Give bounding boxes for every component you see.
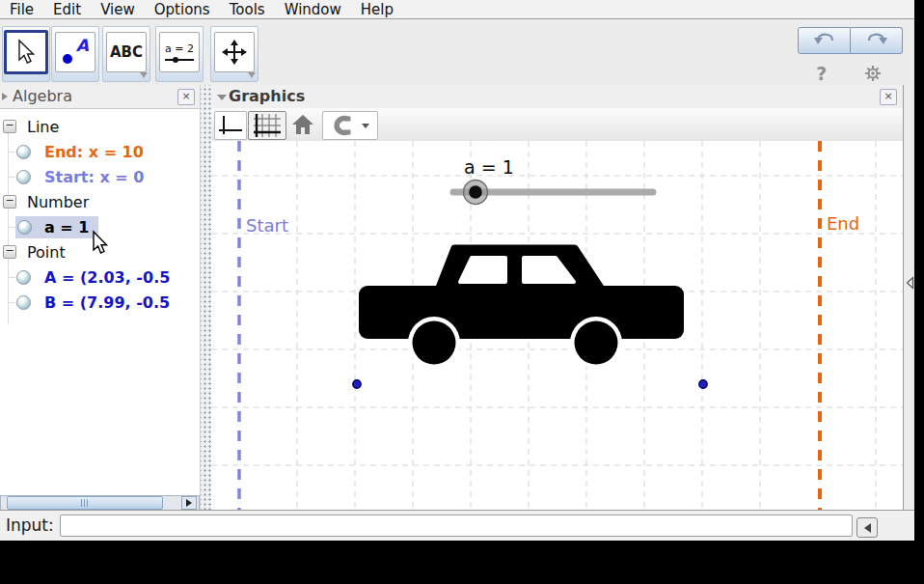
content-area: Algebra × − Line End: x = 10 Start: x = … xyxy=(0,85,914,510)
graphics-menu-arrow-icon[interactable] xyxy=(217,95,227,100)
toolbar-mini-icons: ? xyxy=(798,59,900,88)
section-label: Number xyxy=(27,193,89,211)
item-text: End: x = 10 xyxy=(44,143,144,161)
grid-toggle-button[interactable] xyxy=(248,111,286,140)
algebra-hscrollbar[interactable] xyxy=(0,495,200,510)
visibility-marble-icon[interactable] xyxy=(17,220,32,235)
graphics-header: Graphics × xyxy=(211,85,903,109)
collapse-left-arrow-icon[interactable] xyxy=(905,276,914,290)
cursor-arrow-icon xyxy=(14,39,38,66)
algebra-close-button[interactable]: × xyxy=(177,89,195,105)
visibility-marble-icon[interactable] xyxy=(16,145,31,159)
help-icon[interactable]: ? xyxy=(816,63,827,84)
geogebra-window: FileEditViewOptionsToolsWindowHelp A ABC xyxy=(0,0,914,541)
tool-point-group: A xyxy=(51,26,99,82)
mouse-cursor xyxy=(90,230,109,257)
redo-icon xyxy=(864,32,889,49)
right-collapse-strip[interactable] xyxy=(903,85,914,510)
scrollbar-thumb[interactable] xyxy=(7,496,163,510)
tool-move-group xyxy=(2,26,50,82)
gear-icon[interactable] xyxy=(864,65,882,82)
menu-edit[interactable]: Edit xyxy=(43,1,91,18)
point-a[interactable] xyxy=(353,380,361,388)
collapse-icon[interactable]: − xyxy=(3,195,16,209)
menu-view[interactable]: View xyxy=(91,1,145,18)
menu-options[interactable]: Options xyxy=(145,1,220,18)
axes-toggle-button[interactable] xyxy=(214,111,247,140)
command-input[interactable] xyxy=(60,514,853,537)
start-line-label[interactable]: Start xyxy=(246,215,288,236)
item-text: B = (7.99, -0.5 xyxy=(44,293,170,312)
graphics-close-button[interactable]: × xyxy=(880,89,897,105)
slider-tool-icon: a = 2 xyxy=(165,44,194,61)
algebra-view: Algebra × − Line End: x = 10 Start: x = … xyxy=(0,85,200,510)
point-capturing-button[interactable] xyxy=(322,111,378,140)
toolbar: A ABC a = 2 xyxy=(0,19,914,86)
menu-tools[interactable]: Tools xyxy=(220,1,275,18)
scrollbar-right-button[interactable] xyxy=(181,496,197,510)
grid-icon xyxy=(254,114,281,137)
home-button[interactable] xyxy=(287,111,318,138)
dropdown-arrow-icon[interactable] xyxy=(248,72,256,78)
tree-item-point-a[interactable]: A = (2.03, -0.5 xyxy=(0,264,200,290)
tool-slider-group: a = 2 xyxy=(155,26,204,82)
left-arrow-icon xyxy=(864,523,871,533)
algebra-tree: − Line End: x = 10 Start: x = 0 − Number xyxy=(0,108,200,485)
screen: FileEditViewOptionsToolsWindowHelp A ABC xyxy=(0,0,924,584)
move-graphics-tool-button[interactable] xyxy=(214,32,255,72)
tool-move-graphics-group xyxy=(210,26,258,82)
undo-icon xyxy=(812,32,837,49)
input-bar: Input: xyxy=(0,510,914,541)
item-text: A = (2.03, -0.5 xyxy=(44,268,170,287)
slider-tool-button[interactable]: a = 2 xyxy=(159,32,200,72)
axes-icon xyxy=(218,115,243,136)
right-arrow-icon xyxy=(186,499,192,507)
slider-value-label[interactable]: a = 1 xyxy=(464,156,514,178)
algebra-title: Algebra xyxy=(13,87,72,105)
item-text: Start: x = 0 xyxy=(44,168,144,186)
undo-redo-group xyxy=(798,27,903,54)
tool-text-group: ABC xyxy=(102,26,150,82)
undo-button[interactable] xyxy=(798,27,851,54)
dropdown-arrow-icon[interactable] xyxy=(140,72,148,78)
selected-row-highlight: a = 1 xyxy=(15,216,98,238)
algebra-menu-arrow-icon[interactable] xyxy=(2,93,8,100)
graphics-stylebar xyxy=(211,108,903,142)
tree-item-end[interactable]: End: x = 10 xyxy=(0,139,200,164)
graphics-canvas[interactable]: a = 1 Start End xyxy=(211,141,903,510)
input-label: Input: xyxy=(6,515,54,535)
item-text: a = 1 xyxy=(44,218,89,236)
section-label: Point xyxy=(27,243,66,262)
slider-knob[interactable] xyxy=(469,185,482,199)
tree-item-point-b[interactable]: B = (7.99, -0.5 xyxy=(0,290,200,315)
input-help-button[interactable] xyxy=(856,517,878,538)
redo-button[interactable] xyxy=(851,27,903,54)
visibility-marble-icon[interactable] xyxy=(16,295,31,310)
collapse-icon[interactable]: − xyxy=(3,120,16,133)
menu-file[interactable]: File xyxy=(0,1,43,18)
home-icon xyxy=(291,114,314,135)
tree-section-number[interactable]: − Number xyxy=(0,189,200,214)
menu-bar: FileEditViewOptionsToolsWindowHelp xyxy=(0,0,914,19)
section-label: Line xyxy=(27,118,59,136)
point-b[interactable] xyxy=(699,380,707,388)
menu-window[interactable]: Window xyxy=(275,1,351,18)
move-tool-button[interactable] xyxy=(4,30,48,74)
graphics-title: Graphics xyxy=(229,87,305,105)
visibility-marble-icon[interactable] xyxy=(16,270,31,285)
graphics-view: Graphics × xyxy=(211,85,903,510)
end-line-label[interactable]: End xyxy=(827,213,859,234)
text-tool-icon: ABC xyxy=(110,43,143,61)
tree-item-start[interactable]: Start: x = 0 xyxy=(0,164,200,189)
collapse-icon[interactable]: − xyxy=(3,245,16,259)
menu-help[interactable]: Help xyxy=(351,1,403,18)
dropdown-arrow-icon xyxy=(362,124,369,128)
algebra-header: Algebra × xyxy=(0,85,200,109)
tree-section-line[interactable]: − Line xyxy=(0,114,200,139)
point-tool-button[interactable]: A xyxy=(55,32,95,72)
point-tool-icon: A xyxy=(61,38,90,67)
visibility-marble-icon[interactable] xyxy=(16,170,31,184)
text-tool-button[interactable]: ABC xyxy=(106,32,147,72)
car-image[interactable] xyxy=(359,248,684,369)
move-arrows-icon xyxy=(221,39,248,66)
